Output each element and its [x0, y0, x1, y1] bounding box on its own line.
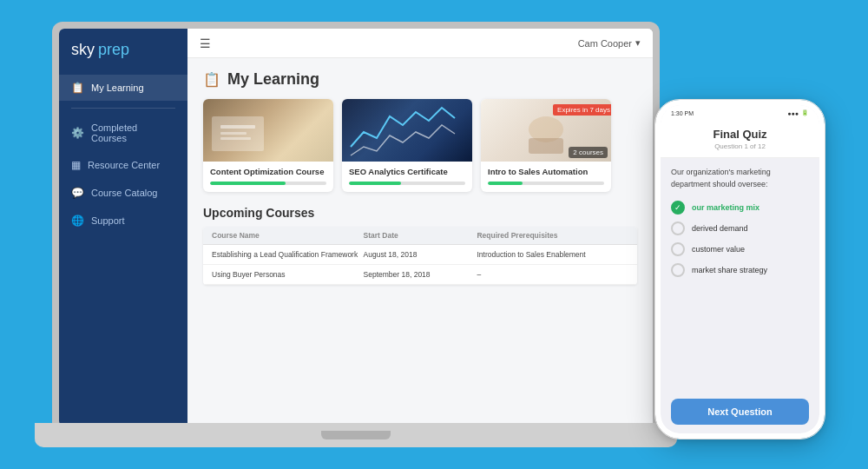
- topbar-user: Cam Cooper ▾: [578, 37, 641, 49]
- quiz-subtitle: Question 1 of 12: [671, 142, 809, 150]
- upcoming-courses-title: Upcoming Courses: [203, 206, 637, 220]
- card-thumb-3: Expires in 7 days 2 courses: [481, 99, 611, 162]
- menu-icon[interactable]: ☰: [200, 36, 211, 50]
- quiz-header: Final Quiz Question 1 of 12: [661, 121, 819, 158]
- dropdown-icon[interactable]: ▾: [635, 37, 641, 49]
- td-date-1: August 18, 2018: [364, 250, 477, 259]
- nav-item-my-learning[interactable]: 📋 My Learning: [59, 75, 187, 101]
- option-label-4: market share strategy: [692, 266, 767, 274]
- support-icon: 🌐: [71, 215, 84, 227]
- content-area: 📋 My Learning: [187, 58, 653, 426]
- nav-item-resource[interactable]: ▦ Resource Center: [59, 152, 187, 178]
- phone: 1:30 PM ●●● 🔋 Final Quiz Question 1 of 1…: [655, 100, 825, 439]
- svg-rect-2: [220, 132, 247, 135]
- card-title-3: Intro to Sales Automation: [488, 167, 604, 177]
- nav-label-completed: Completed Courses: [91, 122, 175, 143]
- td-name-1: Establishing a Lead Qualification Framew…: [212, 250, 364, 259]
- laptop-notch: [321, 431, 391, 439]
- quiz-option-1[interactable]: ✓ our marketing mix: [671, 201, 809, 215]
- card-progress-bar-1: [210, 182, 286, 185]
- card-progress-bar-2: [349, 182, 401, 185]
- option-circle-2: [671, 221, 685, 235]
- table-header: Course Name Start Date Required Prerequi…: [203, 227, 637, 245]
- logo-prep: prep: [98, 41, 129, 59]
- check-icon-1: ✓: [674, 203, 681, 212]
- nav-divider: [71, 108, 175, 109]
- courses-table: Course Name Start Date Required Prerequi…: [203, 227, 637, 285]
- option-circle-4: [671, 263, 685, 277]
- course-card-2[interactable]: SEO Analytics Certificate: [342, 99, 472, 192]
- nav-label-resource: Resource Center: [88, 160, 160, 170]
- laptop-screen: skyprep 📋 My Learning ⚙️ Completed Cours…: [59, 29, 653, 426]
- table-row-1: Establishing a Lead Qualification Framew…: [203, 245, 637, 265]
- card-progress-2: [349, 182, 465, 185]
- card-body-2: SEO Analytics Certificate: [342, 162, 472, 192]
- card-title-2: SEO Analytics Certificate: [349, 167, 465, 177]
- card-thumb-1: [203, 99, 333, 162]
- laptop: skyprep 📋 My Learning ⚙️ Completed Cours…: [35, 22, 677, 447]
- section-title-my-learning: 📋 My Learning: [203, 70, 637, 89]
- quiz-question: Our organization's marketing department …: [671, 167, 809, 190]
- td-prereq-1: Introduction to Sales Enablement: [477, 250, 628, 259]
- logo-sky: sky: [71, 41, 95, 59]
- my-learning-title: My Learning: [227, 70, 319, 89]
- option-label-1: our marketing mix: [692, 203, 760, 212]
- option-label-3: customer value: [692, 245, 745, 254]
- card-progress-3: [488, 182, 604, 185]
- td-date-2: September 18, 2018: [364, 270, 477, 279]
- topbar: ☰ Cam Cooper ▾: [187, 29, 653, 58]
- card-progress-bar-3: [488, 182, 523, 185]
- signal-icon: ●●●: [787, 110, 799, 116]
- quiz-option-3[interactable]: customer value: [671, 242, 809, 256]
- phone-signal: ●●● 🔋: [787, 109, 809, 116]
- option-circle-3: [671, 242, 685, 256]
- option-label-2: derived demand: [692, 224, 748, 233]
- resource-icon: ▦: [71, 159, 81, 171]
- next-question-button[interactable]: Next Question: [671, 399, 809, 425]
- laptop-body: [35, 423, 677, 447]
- td-name-2: Using Buyer Personas: [212, 270, 364, 279]
- thumb-deco-3: [481, 99, 611, 162]
- sidebar: skyprep 📋 My Learning ⚙️ Completed Cours…: [59, 29, 187, 426]
- th-course-name: Course Name: [212, 231, 364, 240]
- status-time: 1:30 PM: [671, 110, 694, 116]
- table-row-2: Using Buyer Personas September 18, 2018 …: [203, 265, 637, 285]
- thumb-deco-1: [203, 99, 333, 162]
- card-title-1: Content Optimization Course: [210, 167, 326, 177]
- quiz-footer: Next Question: [661, 390, 819, 433]
- phone-status-bar: 1:30 PM ●●● 🔋: [661, 105, 819, 121]
- svg-rect-5: [529, 138, 563, 154]
- option-circle-1: ✓: [671, 201, 685, 215]
- course-cards: Content Optimization Course: [203, 99, 637, 192]
- section-icon: 📋: [203, 71, 220, 88]
- course-card-3[interactable]: Expires in 7 days 2 courses Intro: [481, 99, 611, 192]
- nav-label-catalog: Course Catalog: [91, 188, 157, 198]
- td-prereq-2: –: [477, 270, 628, 279]
- card-thumb-2: [342, 99, 472, 162]
- course-card-1[interactable]: Content Optimization Course: [203, 99, 333, 192]
- chart-line-2: [351, 125, 455, 155]
- svg-rect-1: [220, 125, 255, 129]
- card-progress-1: [210, 182, 326, 185]
- learning-icon: 📋: [71, 82, 84, 94]
- phone-inner: 1:30 PM ●●● 🔋 Final Quiz Question 1 of 1…: [661, 105, 819, 433]
- nav-label-support: Support: [91, 215, 125, 226]
- completed-icon: ⚙️: [71, 127, 84, 139]
- th-prereq: Required Prerequisites: [477, 231, 628, 240]
- app-layout: skyprep 📋 My Learning ⚙️ Completed Cours…: [59, 29, 653, 426]
- nav-item-catalog[interactable]: 💬 Course Catalog: [59, 180, 187, 206]
- svg-rect-3: [220, 137, 251, 140]
- quiz-option-2[interactable]: derived demand: [671, 221, 809, 235]
- card-body-1: Content Optimization Course: [203, 162, 333, 192]
- card-body-3: Intro to Sales Automation: [481, 162, 611, 192]
- thumb-deco-2: [342, 99, 472, 162]
- nav-item-completed[interactable]: ⚙️ Completed Courses: [59, 116, 187, 150]
- th-start-date: Start Date: [364, 231, 477, 240]
- nav-label-my-learning: My Learning: [91, 83, 144, 93]
- scene: skyprep 📋 My Learning ⚙️ Completed Cours…: [17, 13, 851, 456]
- main-content: ☰ Cam Cooper ▾ 📋 My Learning: [187, 29, 653, 426]
- user-name: Cam Cooper: [578, 38, 632, 49]
- battery-icon: 🔋: [801, 109, 809, 116]
- nav-item-support[interactable]: 🌐 Support: [59, 208, 187, 234]
- quiz-option-4[interactable]: market share strategy: [671, 263, 809, 277]
